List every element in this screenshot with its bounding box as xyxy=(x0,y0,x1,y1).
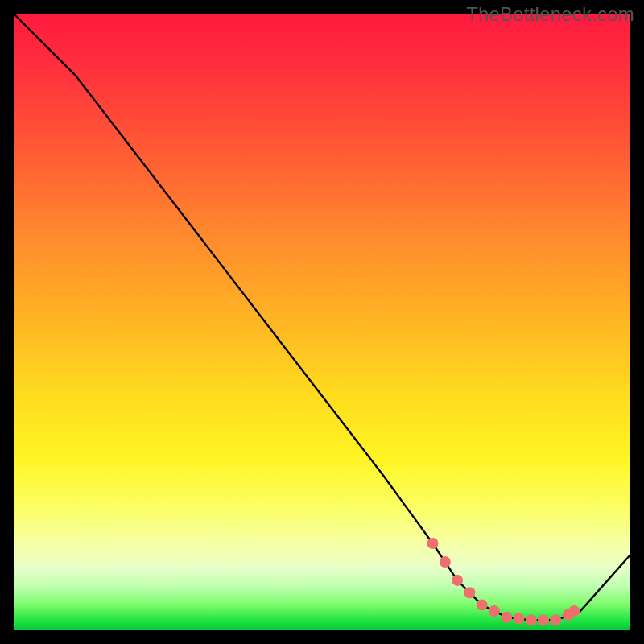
highlight-dot xyxy=(477,599,488,610)
highlight-dot xyxy=(514,613,525,624)
highlight-dot xyxy=(452,575,463,586)
highlight-dot xyxy=(538,615,549,626)
watermark-text: TheBottleneck.com xyxy=(466,3,634,26)
highlight-dot xyxy=(427,538,439,549)
chart-stage: TheBottleneck.com xyxy=(0,0,644,644)
highlight-dot xyxy=(526,615,537,626)
highlight-dot xyxy=(440,556,451,568)
chart-svg xyxy=(14,14,630,630)
plot-area xyxy=(14,14,630,630)
highlight-dot xyxy=(501,612,512,623)
highlight-dot xyxy=(568,605,580,617)
highlight-markers xyxy=(427,538,580,626)
curve-layer xyxy=(14,14,630,621)
highlight-dot xyxy=(464,587,475,598)
trend-line xyxy=(14,14,630,621)
highlight-dot xyxy=(550,615,561,626)
highlight-dot xyxy=(489,605,500,617)
